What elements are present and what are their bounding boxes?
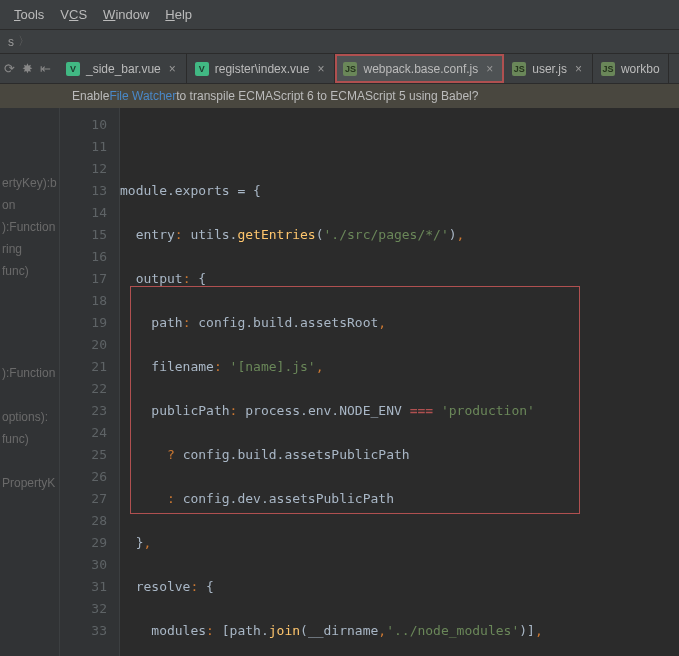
editor-area: ertyKey):b on ):Function ring func) ):Fu… — [0, 108, 679, 656]
left-panel-ghost: ertyKey):b on ):Function ring func) ):Fu… — [0, 108, 60, 656]
vue-file-icon: V — [195, 62, 209, 76]
js-file-icon: JS — [601, 62, 615, 76]
breadcrumb: s 〉 — [0, 30, 679, 54]
line-number: 13 — [60, 180, 107, 202]
collapse-icon[interactable]: ⇤ — [36, 54, 54, 83]
code-area[interactable]: module.exports = { entry: utils.getEntri… — [120, 108, 679, 656]
line-number: 19 — [60, 312, 107, 334]
line-number: 12 — [60, 158, 107, 180]
line-number: 29 — [60, 532, 107, 554]
line-number: 25 — [60, 444, 107, 466]
tab-register-vue[interactable]: V register\index.vue × — [187, 54, 336, 83]
close-icon[interactable]: × — [167, 62, 178, 76]
vue-file-icon: V — [66, 62, 80, 76]
js-file-icon: JS — [343, 62, 357, 76]
tab-sidebar-vue[interactable]: V _side_bar.vue × — [58, 54, 187, 83]
gear-icon[interactable]: ✸ — [18, 54, 36, 83]
menu-window[interactable]: Window — [95, 3, 157, 26]
line-number: 26 — [60, 466, 107, 488]
breadcrumb-segment[interactable]: s — [4, 35, 18, 49]
tab-strip: ⟳ ✸ ⇤ V _side_bar.vue × V register\index… — [0, 54, 679, 84]
line-number: 28 — [60, 510, 107, 532]
line-number: 17 — [60, 268, 107, 290]
menu-help[interactable]: Help — [157, 3, 200, 26]
tab-label: user.js — [532, 62, 567, 76]
js-file-icon: JS — [512, 62, 526, 76]
close-icon[interactable]: × — [484, 62, 495, 76]
tab-user-js[interactable]: JS user.js × — [504, 54, 593, 83]
close-icon[interactable]: × — [315, 62, 326, 76]
banner-link[interactable]: File Watcher — [109, 89, 176, 103]
line-number: 32 — [60, 598, 107, 620]
sync-icon[interactable]: ⟳ — [0, 54, 18, 83]
line-number: 20 — [60, 334, 107, 356]
line-number-gutter: 1011121314151617181920212223242526272829… — [60, 108, 120, 656]
menu-tools[interactable]: Tools — [6, 3, 52, 26]
menu-bar: Tools VCS Window Help — [0, 0, 679, 30]
banner-post: to transpile ECMAScript 6 to ECMAScript … — [176, 89, 478, 103]
line-number: 14 — [60, 202, 107, 224]
menu-tools-label: ools — [21, 7, 45, 22]
line-number: 22 — [60, 378, 107, 400]
tab-webpack-base[interactable]: JS webpack.base.conf.js × — [335, 54, 504, 83]
line-number: 30 — [60, 554, 107, 576]
chevron-right-icon: 〉 — [18, 33, 30, 50]
editor-tabs: V _side_bar.vue × V register\index.vue ×… — [58, 54, 669, 83]
line-number: 15 — [60, 224, 107, 246]
line-number: 23 — [60, 400, 107, 422]
line-number: 18 — [60, 290, 107, 312]
file-watcher-banner: Enable File Watcher to transpile ECMAScr… — [0, 84, 679, 108]
tab-label: _side_bar.vue — [86, 62, 161, 76]
line-number: 21 — [60, 356, 107, 378]
line-number: 24 — [60, 422, 107, 444]
line-number: 31 — [60, 576, 107, 598]
tab-label: webpack.base.conf.js — [363, 62, 478, 76]
line-number: 33 — [60, 620, 107, 642]
menu-vcs[interactable]: VCS — [52, 3, 95, 26]
tab-workbo[interactable]: JS workbo — [593, 54, 669, 83]
close-icon[interactable]: × — [573, 62, 584, 76]
line-number: 16 — [60, 246, 107, 268]
banner-pre: Enable — [72, 89, 109, 103]
tab-label: register\index.vue — [215, 62, 310, 76]
line-number: 10 — [60, 114, 107, 136]
line-number: 27 — [60, 488, 107, 510]
tab-label: workbo — [621, 62, 660, 76]
line-number: 11 — [60, 136, 107, 158]
